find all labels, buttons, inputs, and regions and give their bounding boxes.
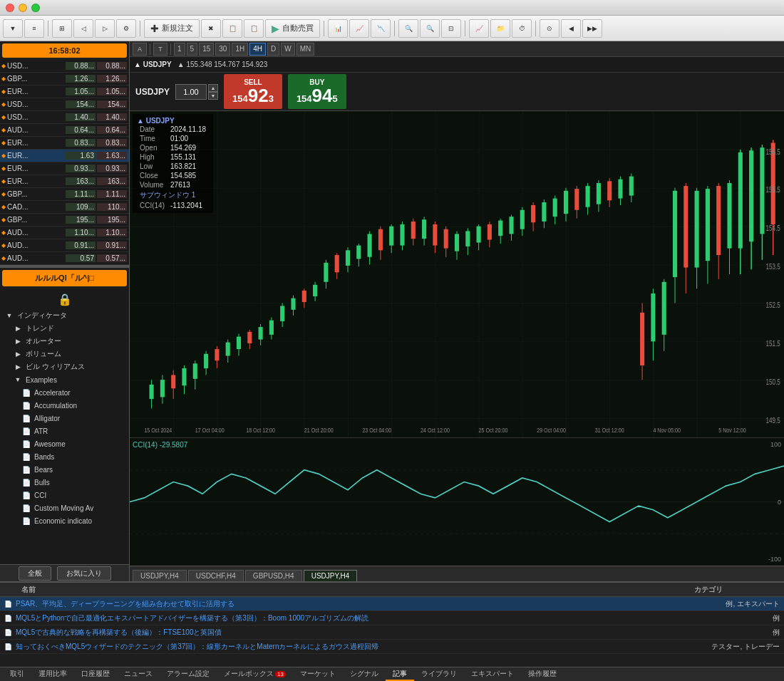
market-watch-row[interactable]: ◆ GBP... 1.11... 1.11... [0, 188, 129, 201]
maximize-button[interactable] [31, 4, 40, 12]
minimize-button[interactable] [19, 4, 27, 12]
order-btn-2[interactable]: 📋 [222, 19, 242, 38]
ct-tf-15[interactable]: 15 [199, 43, 214, 56]
bottom-row-3[interactable]: 📄 知っておくべきMQL5ウィザードのテクニック（第37回）：線形カーネルとMa… [0, 640, 784, 654]
nav-favorites-btn[interactable]: お気に入り [57, 566, 111, 581]
nav-item-10[interactable]: 📄Awesome [1, 437, 128, 450]
chart-type-bar[interactable]: 📊 [328, 19, 348, 38]
nav-item-8[interactable]: 📄Alligator [1, 412, 128, 425]
market-watch-row[interactable]: ◆ EUR... 1.63 1.63... [0, 150, 129, 162]
ct-btn-T[interactable]: T [153, 43, 167, 56]
market-watch-row[interactable]: ◆ GBP... 195... 195... [0, 214, 129, 227]
sell-area[interactable]: SELL 154 92 3 [224, 74, 282, 109]
qty-input[interactable] [175, 84, 207, 100]
bottom-row-0[interactable]: 📄 PSAR、平均足、ディープラーニングを組み合わせて取引に活用する 例, エキ… [0, 597, 784, 611]
zoom-plus[interactable]: 🔍 [398, 19, 418, 38]
nav-item-4[interactable]: ▶ビル ウィリアムス [1, 360, 128, 373]
zoom-minus[interactable]: 🔍 [420, 19, 440, 38]
ct-tf-4h[interactable]: 4H [249, 43, 266, 56]
bottom-tab------[interactable]: マーケット [293, 668, 343, 681]
bottom-tab-----[interactable]: 操作履歴 [521, 668, 564, 681]
nav-item-7[interactable]: 📄Accumulation [1, 399, 128, 412]
nav-item-13[interactable]: 📄Bulls [1, 476, 128, 489]
market-watch-row[interactable]: ◆ AUD... 0.91... 0.91... [0, 239, 129, 252]
close-button[interactable] [6, 4, 14, 12]
panel-divider[interactable] [0, 265, 129, 268]
bottom-tab------[interactable]: ライブラリ [414, 668, 464, 681]
chart-type-candle[interactable]: 📈 [349, 19, 369, 38]
market-watch-row[interactable]: ◆ GBP... 1.26... 1.26... [0, 73, 129, 85]
ct-tf-mn[interactable]: MN [296, 43, 315, 56]
nav-item-12[interactable]: 📄Bears [1, 463, 128, 476]
indicator-btn[interactable]: 📈 [469, 19, 489, 38]
ct-tf-1[interactable]: 1 [174, 43, 185, 56]
bottom-row-1[interactable]: 📄 MQL5とPythonで自己最適化エキスパートアドバイザーを構築する（第3回… [0, 611, 784, 625]
bottom-tab--------[interactable]: メールボックス13 [217, 668, 293, 681]
chart-scroll[interactable]: ⊡ [441, 19, 461, 38]
nav-item-5[interactable]: ▼Examples [1, 373, 128, 386]
market-watch-row[interactable]: ◆ CAD... 109... 110... [0, 201, 129, 214]
bottom-tab---[interactable]: 取引 [3, 668, 31, 681]
bottom-row-2[interactable]: 📄 MQL5で古典的な戦略を再構築する（後編）：FTSE100と英国債 例 [0, 625, 784, 640]
ct-tf-30[interactable]: 30 [215, 43, 230, 56]
market-watch-row[interactable]: ◆ USD... 0.88... 0.88... [0, 60, 129, 73]
new-chart-btn[interactable]: ⊞ [52, 19, 72, 38]
close-order-btn[interactable]: ✖ [201, 19, 221, 38]
zoom-in-btn[interactable]: ◁ [73, 19, 93, 38]
navigator-header[interactable]: ルルルQl「ル^|□ [2, 270, 127, 286]
nav-item-3[interactable]: ▶ボリューム [1, 348, 128, 360]
market-watch-header[interactable]: 16:58:02 [2, 43, 127, 58]
nav-item-0[interactable]: ▼インディケータ [1, 309, 128, 322]
qty-up[interactable]: ▲ [208, 84, 218, 92]
bottom-tab-------[interactable]: エキスパート [464, 668, 521, 681]
chart-type-line[interactable]: 📉 [371, 19, 391, 38]
qty-down[interactable]: ▼ [208, 92, 218, 100]
ct-tf-1h[interactable]: 1H [232, 43, 248, 56]
nav-item-16[interactable]: 📄Economic indicato [1, 514, 128, 527]
nav-item-9[interactable]: 📄ATR [1, 425, 128, 437]
nav-item-2[interactable]: ▶オルーター [1, 335, 128, 348]
market-watch-row[interactable]: ◆ AUD... 0.57 0.57... [0, 252, 129, 265]
order-btn-3[interactable]: 📋 [244, 19, 264, 38]
nav-all-btn[interactable]: 全般 [19, 566, 51, 581]
properties-btn[interactable]: ⚙ [116, 19, 136, 38]
ct-tf-w[interactable]: W [281, 43, 294, 56]
chart-tab-3[interactable]: USDJPY,H4 [304, 570, 358, 581]
nav-item-1[interactable]: ▶トレンド [1, 322, 128, 335]
bottom-tab-------[interactable]: アラーム設定 [160, 668, 217, 681]
market-watch-row[interactable]: ◆ EUR... 1.05... 1.05... [0, 85, 129, 98]
bottom-tab-----[interactable]: 口座履歴 [74, 668, 117, 681]
chart-tab-2[interactable]: GBPUSD,H4 [245, 570, 302, 581]
market-watch-row[interactable]: ◆ USD... 154... 154... [0, 98, 129, 111]
nav-item-15[interactable]: 📄Custom Moving Av [1, 501, 128, 514]
fwd-btn[interactable]: ▶▶ [582, 19, 602, 38]
period-btn[interactable]: ⏱ [512, 19, 532, 38]
market-watch-row[interactable]: ◆ AUD... 1.10... 1.10... [0, 227, 129, 239]
nav-item-6[interactable]: 📄Accelerator [1, 386, 128, 399]
toolbar-btn-1[interactable]: ▼ [3, 19, 23, 38]
new-order-btn[interactable]: ✚ 新規注文 [144, 19, 200, 38]
nav-item-14[interactable]: 📄CCI [1, 489, 128, 501]
template-btn[interactable]: 📁 [490, 19, 510, 38]
market-watch-row[interactable]: ◆ EUR... 0.93... 0.93... [0, 162, 129, 175]
nav-item-11[interactable]: 📄Bands [1, 450, 128, 463]
bottom-tab-----[interactable]: ニュース [117, 668, 160, 681]
bottom-tab---[interactable]: 記事 [386, 668, 414, 681]
market-watch-row[interactable]: ◆ USD... 1.40... 1.40... [0, 111, 129, 124]
zoom-out-btn[interactable]: ▷ [95, 19, 115, 38]
ct-tf-5[interactable]: 5 [187, 43, 198, 56]
market-watch-row[interactable]: ◆ EUR... 0.83... 0.83... [0, 137, 129, 150]
toolbar-btn-2[interactable]: ≡ [24, 19, 44, 38]
buy-area[interactable]: BUY 154 94 5 [288, 74, 346, 109]
ct-tf-d[interactable]: D [267, 43, 279, 56]
market-watch-row[interactable]: ◆ AUD... 0.64... 0.64... [0, 124, 129, 137]
ct-btn-A[interactable]: A [133, 43, 147, 56]
back-btn[interactable]: ◀ [561, 19, 581, 38]
market-watch-row[interactable]: ◆ EUR... 163... 163... [0, 175, 129, 188]
auto-trade-btn[interactable]: ▶ 自動売買 [265, 19, 320, 38]
chart-tab-1[interactable]: USDCHF,H4 [188, 570, 244, 581]
bottom-tab-----[interactable]: シグナル [343, 668, 386, 681]
settings-btn[interactable]: ⊙ [540, 19, 559, 38]
bottom-tab-----[interactable]: 運用比率 [31, 668, 74, 681]
chart-tab-0[interactable]: USDJPY,H4 [133, 570, 187, 581]
